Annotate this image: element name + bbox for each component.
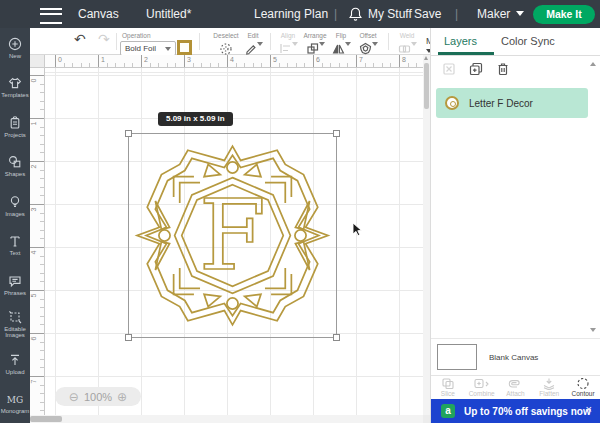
sidebar-item-templates[interactable]: Templates [0,68,30,108]
ruler-h-number: 4 [230,56,234,63]
attach-button[interactable]: Attach [500,377,530,397]
new-icon [8,37,22,51]
lightbulb-icon [8,195,22,209]
duplicate-icon[interactable] [468,61,484,77]
sidebar-item-phrases[interactable]: Phrases [0,265,30,305]
layer-actions-bar: Slice Combine Attach Flatten Contour [431,375,600,399]
sidebar-item-monogram[interactable]: MG Monogram [0,384,30,423]
tab-color-sync[interactable]: Color Sync [501,35,555,47]
zoom-out-icon[interactable] [69,390,79,404]
scrollbar-corner [423,415,430,423]
make-it-button[interactable]: Make It [533,5,595,24]
sidebar-item-upload[interactable]: Upload [0,344,30,384]
horizontal-scrollbar[interactable] [30,415,423,423]
scrollbar-thumb[interactable] [424,63,429,109]
trash-icon[interactable] [495,61,511,77]
clipboard-icon [8,116,22,130]
undo-icon[interactable] [74,31,86,47]
offset-button[interactable]: Offset [352,32,384,56]
slice-button[interactable]: Slice [433,377,463,397]
monogram-icon: MG [7,392,23,406]
document-title[interactable]: Untitled* [146,7,191,21]
contour-icon [576,377,590,390]
ungroup-icon[interactable] [441,61,457,77]
close-icon[interactable]: × [586,403,592,415]
letter-f-decor-design[interactable]: F [129,134,336,337]
toolbar-divider [388,33,389,50]
blank-canvas-thumbnail [437,344,477,370]
toolbar-divider [199,33,200,50]
app-header: Canvas Untitled* Learning Plan | My Stuf… [0,0,600,28]
tab-layers[interactable]: Layers [444,35,477,47]
chevron-down-icon [165,47,171,51]
my-stuff-link[interactable]: My Stuff [368,7,412,21]
deselect-button[interactable]: Deselect [208,32,244,56]
panel-tabs: Layers Color Sync [431,28,600,56]
vertical-scrollbar[interactable] [423,55,430,415]
sidebar-item-label: Upload [5,369,24,376]
operation-value: Bold Foil [125,44,156,53]
list-scroll-up-icon[interactable] [590,62,596,66]
sidebar-item-text[interactable]: Text [0,226,30,266]
layers-panel: Layers Color Sync Letter F Decor Blank C… [430,28,600,423]
upload-icon [8,353,22,367]
promo-banner[interactable]: a Up to 70% off savings now × [431,399,600,423]
learning-plan-link[interactable]: Learning Plan [254,7,328,21]
flip-button[interactable]: Flip [328,32,354,56]
layer-row-letter-f-decor[interactable]: Letter F Decor [436,88,588,118]
combine-button[interactable]: Combine [467,377,497,397]
header-divider: | [455,7,458,21]
sidebar-item-editable-images[interactable]: Editable Images [0,305,30,345]
ruler-h-number: 1 [101,56,105,63]
hamburger-menu-icon[interactable] [40,8,62,24]
horizontal-ruler: 012345678 [45,55,430,68]
speech-bubble-icon [8,274,22,288]
arrange-icon [306,42,319,55]
chevron-down-icon [372,42,378,46]
selection-size-label: 5.09 in x 5.09 in [158,112,233,126]
sidebar-item-shapes[interactable]: Shapes [0,147,30,187]
ruler-h-number: 0 [58,56,62,63]
chevron-down-icon [411,42,417,46]
blank-canvas-row[interactable]: Blank Canvas [431,340,600,374]
redo-icon[interactable] [98,31,110,47]
text-icon [8,234,22,248]
ruler-h-number: 7 [359,56,363,63]
machine-selector[interactable]: Maker [477,7,510,21]
chevron-down-icon [345,42,351,46]
ruler-h-number: 8 [402,56,406,63]
layer-tools [431,55,600,83]
contour-button[interactable]: Contour [568,377,598,397]
zoom-in-icon[interactable] [117,390,127,404]
ruler-v-number: 6 [30,337,37,341]
operation-label: Operation [122,32,151,39]
offset-icon [359,42,372,55]
edit-button[interactable]: Edit [240,32,266,56]
flatten-button[interactable]: Flatten [534,377,564,397]
scroll-up-icon[interactable] [424,56,428,60]
tshirt-icon [8,76,22,90]
toolbar-divider [270,33,271,50]
sidebar-item-label: Monogram [1,408,30,415]
weld-button[interactable]: Weld [392,32,422,56]
sidebar-item-projects[interactable]: Projects [0,107,30,147]
edit-toolbar: Operation Bold Foil Deselect Edit Align … [30,28,430,55]
color-swatch[interactable] [177,40,192,55]
sidebar-item-images[interactable]: Images [0,186,30,226]
pencil-icon [244,42,257,55]
ruler-v-number: 1 [30,122,37,126]
chevron-down-icon [516,11,524,16]
save-button[interactable]: Save [414,7,441,21]
notifications-bell-icon[interactable] [348,6,363,22]
operation-select[interactable]: Bold Foil [120,41,176,56]
flip-icon [332,42,345,55]
deselect-icon [219,42,233,56]
scrollbar-thumb[interactable] [30,416,62,422]
sidebar-item-label: Projects [4,132,26,139]
ruler-h-number: 2 [144,56,148,63]
canvas-area[interactable]: 012345678 012345678 5.09 in x 5.09 in F [30,55,430,423]
list-scroll-down-icon[interactable] [590,328,596,332]
header-divider: | [334,7,337,21]
ruler-h-number: 6 [316,56,320,63]
sidebar-item-new[interactable]: New [0,28,30,68]
